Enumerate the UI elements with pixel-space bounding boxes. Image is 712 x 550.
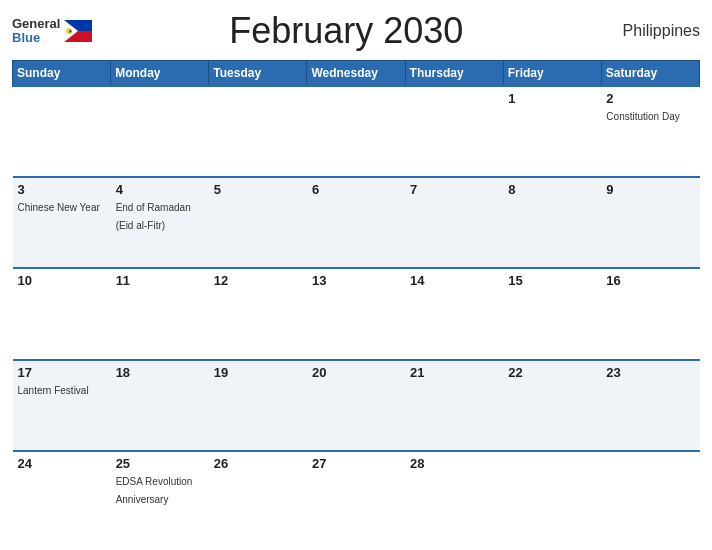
day-number: 17 <box>18 365 106 380</box>
logo-icon: ★ <box>64 20 92 42</box>
day-number: 3 <box>18 182 106 197</box>
day-number: 21 <box>410 365 498 380</box>
calendar-cell <box>111 86 209 177</box>
header-wednesday: Wednesday <box>307 61 405 87</box>
day-number: 15 <box>508 273 596 288</box>
day-event: Chinese New Year <box>18 202 100 213</box>
calendar-table: Sunday Monday Tuesday Wednesday Thursday… <box>12 60 700 542</box>
logo-text: GeneralBlue <box>12 17 60 46</box>
calendar-cell <box>209 86 307 177</box>
calendar-cell: 5 <box>209 177 307 268</box>
calendar-cell: 1 <box>503 86 601 177</box>
day-number: 26 <box>214 456 302 471</box>
logo: GeneralBlue ★ <box>12 17 92 46</box>
day-number: 13 <box>312 273 400 288</box>
day-number: 12 <box>214 273 302 288</box>
header-thursday: Thursday <box>405 61 503 87</box>
calendar-cell: 2Constitution Day <box>601 86 699 177</box>
calendar-cell: 26 <box>209 451 307 542</box>
calendar-cell: 20 <box>307 360 405 451</box>
day-number: 22 <box>508 365 596 380</box>
day-event: EDSA Revolution Anniversary <box>116 476 193 505</box>
calendar-cell: 24 <box>13 451 111 542</box>
day-number: 14 <box>410 273 498 288</box>
day-number: 24 <box>18 456 106 471</box>
header-sunday: Sunday <box>13 61 111 87</box>
country-name: Philippines <box>600 22 700 40</box>
day-number: 8 <box>508 182 596 197</box>
calendar-cell: 4End of Ramadan (Eid al-Fitr) <box>111 177 209 268</box>
header-monday: Monday <box>111 61 209 87</box>
day-event: Lantern Festival <box>18 385 89 396</box>
calendar-cell: 22 <box>503 360 601 451</box>
day-number: 10 <box>18 273 106 288</box>
day-number: 6 <box>312 182 400 197</box>
calendar-cell: 19 <box>209 360 307 451</box>
calendar-cell: 25EDSA Revolution Anniversary <box>111 451 209 542</box>
calendar-cell: 6 <box>307 177 405 268</box>
day-number: 27 <box>312 456 400 471</box>
calendar-week-row: 17Lantern Festival181920212223 <box>13 360 700 451</box>
calendar-page: GeneralBlue ★ February 2030 Philippines … <box>0 0 712 550</box>
calendar-week-row: 2425EDSA Revolution Anniversary262728 <box>13 451 700 542</box>
calendar-week-row: 12Constitution Day <box>13 86 700 177</box>
calendar-cell <box>13 86 111 177</box>
calendar-cell <box>307 86 405 177</box>
day-number: 9 <box>606 182 694 197</box>
day-number: 25 <box>116 456 204 471</box>
calendar-cell: 15 <box>503 268 601 359</box>
calendar-cell: 12 <box>209 268 307 359</box>
day-event: Constitution Day <box>606 111 679 122</box>
calendar-title: February 2030 <box>229 10 463 52</box>
page-header: GeneralBlue ★ February 2030 Philippines <box>12 10 700 52</box>
day-number: 18 <box>116 365 204 380</box>
header-tuesday: Tuesday <box>209 61 307 87</box>
day-number: 19 <box>214 365 302 380</box>
calendar-cell: 14 <box>405 268 503 359</box>
calendar-cell: 7 <box>405 177 503 268</box>
calendar-cell <box>503 451 601 542</box>
calendar-cell: 16 <box>601 268 699 359</box>
calendar-cell: 21 <box>405 360 503 451</box>
day-number: 4 <box>116 182 204 197</box>
calendar-week-row: 10111213141516 <box>13 268 700 359</box>
day-event: End of Ramadan (Eid al-Fitr) <box>116 202 191 231</box>
day-number: 16 <box>606 273 694 288</box>
day-number: 1 <box>508 91 596 106</box>
calendar-cell: 10 <box>13 268 111 359</box>
calendar-week-row: 3Chinese New Year4End of Ramadan (Eid al… <box>13 177 700 268</box>
calendar-cell: 9 <box>601 177 699 268</box>
weekday-header-row: Sunday Monday Tuesday Wednesday Thursday… <box>13 61 700 87</box>
calendar-cell: 23 <box>601 360 699 451</box>
calendar-cell: 17Lantern Festival <box>13 360 111 451</box>
header-friday: Friday <box>503 61 601 87</box>
day-number: 23 <box>606 365 694 380</box>
calendar-cell: 13 <box>307 268 405 359</box>
day-number: 2 <box>606 91 694 106</box>
day-number: 5 <box>214 182 302 197</box>
calendar-cell <box>405 86 503 177</box>
day-number: 7 <box>410 182 498 197</box>
day-number: 11 <box>116 273 204 288</box>
day-number: 28 <box>410 456 498 471</box>
calendar-cell: 11 <box>111 268 209 359</box>
header-saturday: Saturday <box>601 61 699 87</box>
calendar-cell: 3Chinese New Year <box>13 177 111 268</box>
calendar-cell: 28 <box>405 451 503 542</box>
calendar-cell: 27 <box>307 451 405 542</box>
calendar-cell: 8 <box>503 177 601 268</box>
calendar-cell <box>601 451 699 542</box>
calendar-cell: 18 <box>111 360 209 451</box>
day-number: 20 <box>312 365 400 380</box>
